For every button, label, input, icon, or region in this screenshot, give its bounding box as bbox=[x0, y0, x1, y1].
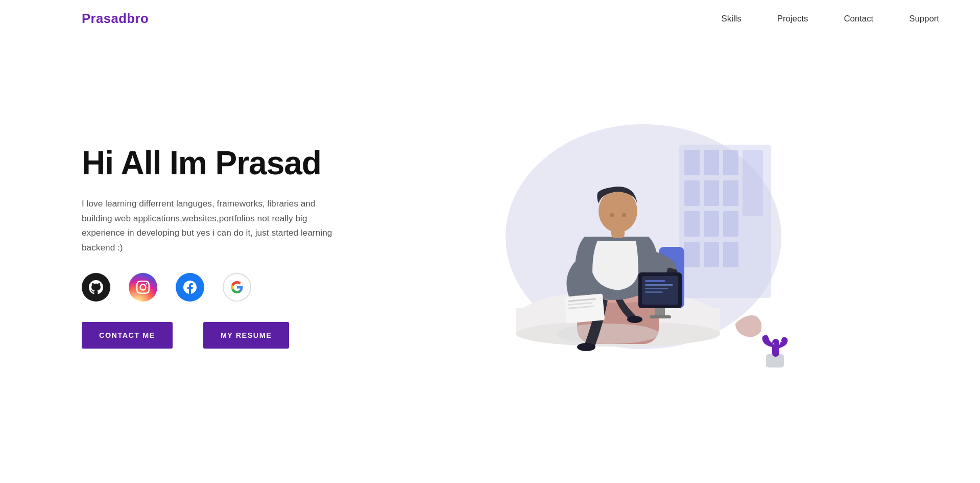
github-svg-icon bbox=[89, 280, 103, 294]
hero-left: Hi All Im Prasad I love learning differr… bbox=[82, 145, 347, 349]
svg-rect-8 bbox=[723, 180, 738, 206]
svg-point-29 bbox=[622, 213, 626, 217]
contact-me-button[interactable]: CONTACT ME bbox=[82, 322, 173, 349]
facebook-icon-link[interactable] bbox=[176, 273, 204, 302]
svg-rect-6 bbox=[684, 180, 700, 206]
svg-point-20 bbox=[557, 324, 659, 344]
svg-point-28 bbox=[610, 213, 614, 217]
illustration-container bbox=[485, 104, 802, 390]
svg-rect-43 bbox=[772, 339, 779, 357]
nav-links: Skills Projects Contact Support bbox=[722, 14, 939, 24]
brand-logo[interactable]: Prasadbro bbox=[82, 11, 149, 26]
svg-rect-35 bbox=[645, 291, 663, 293]
svg-rect-14 bbox=[723, 242, 738, 267]
hero-right bbox=[347, 94, 939, 400]
svg-point-27 bbox=[599, 190, 637, 233]
svg-rect-36 bbox=[655, 308, 665, 315]
svg-rect-10 bbox=[704, 211, 719, 237]
google-icon-link[interactable] bbox=[223, 273, 251, 302]
hero-section: Hi All Im Prasad I love learning differr… bbox=[0, 37, 980, 456]
google-svg-icon bbox=[230, 281, 244, 294]
facebook-svg-icon bbox=[183, 281, 197, 294]
nav-projects[interactable]: Projects bbox=[777, 14, 808, 24]
svg-rect-2 bbox=[684, 150, 700, 175]
svg-rect-7 bbox=[704, 180, 719, 206]
svg-rect-13 bbox=[704, 242, 719, 267]
svg-rect-9 bbox=[684, 211, 700, 237]
svg-rect-11 bbox=[723, 211, 738, 237]
github-icon-link[interactable] bbox=[82, 273, 110, 302]
svg-rect-34 bbox=[645, 288, 668, 289]
svg-rect-33 bbox=[645, 284, 673, 286]
hero-title: Hi All Im Prasad bbox=[82, 145, 347, 181]
nav-support[interactable]: Support bbox=[909, 14, 939, 24]
svg-point-22 bbox=[577, 343, 595, 351]
svg-rect-37 bbox=[650, 315, 671, 318]
cta-buttons: CONTACT ME MY RESUME bbox=[82, 322, 347, 349]
developer-illustration bbox=[485, 104, 802, 390]
svg-rect-5 bbox=[743, 150, 763, 216]
instagram-icon-link[interactable] bbox=[129, 273, 157, 302]
navbar: Prasadbro Skills Projects Contact Suppor… bbox=[0, 0, 980, 37]
svg-point-23 bbox=[627, 316, 642, 323]
nav-contact[interactable]: Contact bbox=[844, 14, 873, 24]
svg-rect-4 bbox=[723, 150, 738, 175]
svg-rect-32 bbox=[645, 280, 665, 282]
social-icons bbox=[82, 273, 347, 302]
instagram-svg-icon bbox=[136, 281, 150, 294]
svg-rect-3 bbox=[704, 150, 719, 175]
my-resume-button[interactable]: MY RESUME bbox=[203, 322, 289, 349]
hero-description: I love learning differrent languges, fra… bbox=[82, 196, 347, 255]
svg-rect-12 bbox=[684, 242, 700, 267]
nav-skills[interactable]: Skills bbox=[722, 14, 742, 24]
